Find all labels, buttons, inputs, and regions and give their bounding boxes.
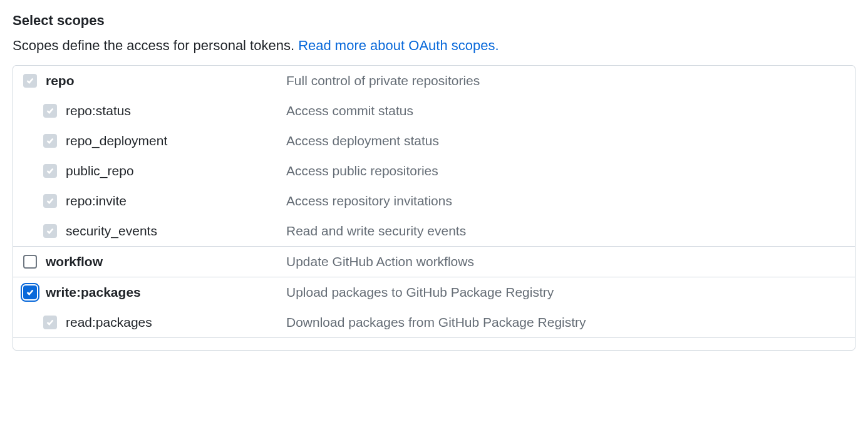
checkbox-read-packages[interactable] — [43, 316, 57, 329]
scope-description: Update GitHub Action workflows — [286, 254, 474, 269]
check-icon — [26, 76, 34, 85]
scope-row-write-packages: write:packages Upload packages to GitHub… — [13, 277, 855, 307]
section-heading: Select scopes — [13, 13, 855, 29]
subheading-text: Scopes define the access for personal to… — [13, 38, 298, 53]
scopes-container: repo Full control of private repositorie… — [13, 65, 855, 351]
scope-description: Access repository invitations — [286, 193, 452, 208]
scope-row-repo: repo Full control of private repositorie… — [13, 66, 855, 96]
scope-name-label: repo:invite — [66, 193, 127, 208]
scope-name-label: workflow — [46, 254, 103, 269]
checkbox-public-repo[interactable] — [43, 164, 57, 178]
scope-group-write-packages: write:packages Upload packages to GitHub… — [13, 277, 855, 337]
scope-name-label: repo:status — [66, 103, 131, 118]
checkbox-security-events[interactable] — [43, 224, 57, 238]
check-icon — [46, 227, 54, 235]
check-icon — [46, 167, 54, 175]
scope-description: Read and write security events — [286, 224, 466, 239]
scope-group-repo: repo Full control of private repositorie… — [13, 66, 855, 246]
scope-name-label: public_repo — [66, 163, 134, 178]
section-subheading: Scopes define the access for personal to… — [13, 38, 855, 54]
scope-row-repo-deployment: repo_deployment Access deployment status — [13, 126, 855, 156]
check-icon — [26, 288, 34, 297]
checkbox-repo-invite[interactable] — [43, 194, 57, 208]
check-icon — [46, 318, 54, 327]
scope-row-public-repo: public_repo Access public repositories — [13, 156, 855, 186]
scope-description: Download packages from GitHub Package Re… — [286, 315, 586, 330]
scope-description: Full control of private repositories — [286, 73, 480, 88]
scope-description: Access deployment status — [286, 133, 439, 148]
check-icon — [46, 197, 54, 205]
scope-row-security-events: security_events Read and write security … — [13, 216, 855, 246]
scope-group-workflow: workflow Update GitHub Action workflows — [13, 246, 855, 277]
scope-name-label: read:packages — [66, 315, 152, 330]
checkbox-repo[interactable] — [23, 74, 37, 88]
checkbox-repo-deployment[interactable] — [43, 134, 57, 148]
scope-row-workflow: workflow Update GitHub Action workflows — [13, 247, 855, 277]
scope-description: Access commit status — [286, 103, 413, 118]
check-icon — [46, 136, 54, 145]
scope-row-repo-status: repo:status Access commit status — [13, 96, 855, 126]
scope-name-label: security_events — [66, 224, 157, 239]
checkbox-repo-status[interactable] — [43, 104, 57, 118]
scope-name-label: repo — [46, 73, 75, 88]
scope-row-read-packages: read:packages Download packages from Git… — [13, 307, 855, 337]
scope-name-label: repo_deployment — [66, 133, 167, 148]
scope-description: Access public repositories — [286, 163, 438, 178]
scope-description: Upload packages to GitHub Package Regist… — [286, 285, 554, 300]
checkbox-workflow[interactable] — [23, 255, 37, 269]
oauth-scopes-link[interactable]: Read more about OAuth scopes. — [298, 38, 499, 53]
scope-name-label: write:packages — [46, 285, 141, 300]
check-icon — [46, 106, 54, 115]
checkbox-write-packages[interactable] — [23, 285, 37, 299]
scope-group-next — [13, 337, 855, 350]
scope-row-repo-invite: repo:invite Access repository invitation… — [13, 186, 855, 216]
